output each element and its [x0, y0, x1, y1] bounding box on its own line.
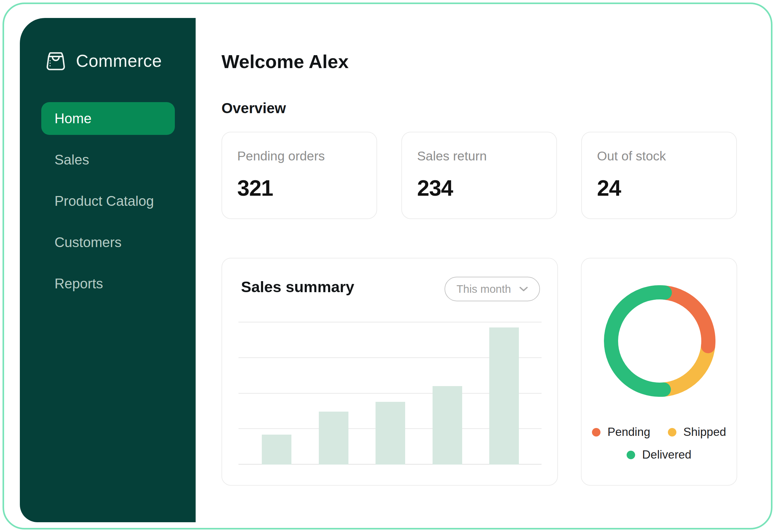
sales-summary-card: Sales summary This month: [221, 258, 558, 486]
stat-value: 321: [237, 175, 361, 201]
app-frame: Commerce HomeSalesProduct CatalogCustome…: [3, 3, 772, 529]
shopping-bag-icon: [43, 48, 68, 73]
stat-card-sales-return: Sales return234: [402, 132, 557, 219]
legend-dot: [668, 428, 676, 437]
stat-label: Out of stock: [597, 149, 721, 163]
legend-label: Pending: [607, 426, 650, 439]
sidebar-item-reports[interactable]: Reports: [41, 267, 175, 300]
brand: Commerce: [43, 48, 162, 73]
donut-segment-pending: [665, 293, 708, 346]
time-filter-label: This month: [457, 283, 511, 295]
donut-segment-delivered: [611, 293, 665, 390]
sidebar-item-sales[interactable]: Sales: [41, 143, 175, 176]
sidebar: Commerce HomeSalesProduct CatalogCustome…: [20, 18, 196, 522]
chart-gridline: [238, 322, 542, 323]
legend-item-shipped: Shipped: [668, 426, 726, 439]
page-title: Welcome Alex: [221, 51, 349, 72]
sidebar-nav: HomeSalesProduct CatalogCustomersReports: [41, 102, 175, 300]
stat-value: 24: [597, 175, 721, 201]
stat-value: 234: [417, 175, 541, 201]
donut-segment-shipped: [664, 346, 708, 390]
chevron-down-icon: [519, 286, 528, 292]
sidebar-item-customers[interactable]: Customers: [41, 226, 175, 259]
sales-bar: [262, 435, 291, 465]
legend-label: Delivered: [642, 448, 691, 461]
legend-item-delivered: Delivered: [627, 448, 691, 461]
stats-row: Pending orders321Sales return234Out of s…: [221, 132, 737, 219]
sales-bar: [433, 386, 462, 465]
stat-label: Sales return: [417, 149, 541, 163]
section-title: Overview: [221, 100, 286, 117]
legend-item-pending: Pending: [592, 426, 650, 439]
stat-label: Pending orders: [237, 149, 361, 163]
order-status-card: PendingShippedDelivered: [581, 258, 737, 486]
order-status-donut-chart: [604, 285, 715, 397]
stat-card-out-of-stock: Out of stock24: [581, 132, 737, 219]
time-filter-dropdown[interactable]: This month: [445, 277, 540, 301]
sales-bar: [489, 328, 519, 465]
legend-dot: [627, 451, 635, 459]
sidebar-item-product-catalog[interactable]: Product Catalog: [41, 185, 175, 217]
legend-label: Shipped: [683, 426, 726, 439]
sales-bar: [319, 412, 348, 465]
legend-dot: [592, 428, 601, 437]
brand-label: Commerce: [76, 51, 162, 71]
stat-card-pending-orders: Pending orders321: [221, 132, 377, 219]
sales-bar: [375, 402, 405, 465]
sales-bar-chart: [238, 322, 542, 465]
donut-legend: PendingShippedDelivered: [588, 426, 730, 461]
sales-summary-title: Sales summary: [241, 278, 354, 296]
sidebar-item-home[interactable]: Home: [41, 102, 175, 135]
